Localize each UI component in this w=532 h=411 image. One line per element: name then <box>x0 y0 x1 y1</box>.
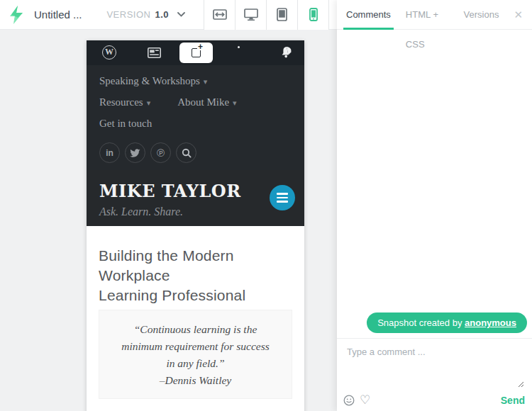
version-selector[interactable]: VERSION 1.0 <box>106 9 185 20</box>
snapshot-created-badge: Snapshot created by anonymous <box>367 313 527 333</box>
twitter-icon[interactable] <box>125 142 145 163</box>
tab-versions[interactable]: Versions <box>464 0 499 30</box>
site-tagline: Ask. Learn. Share. <box>99 206 292 218</box>
chevron-down-icon <box>177 12 185 17</box>
wp-admin-bar: W + <box>87 40 304 65</box>
panel-tab-bar: Comments HTML + CSS Versions ✕ <box>337 0 532 30</box>
app-logo-bolt-icon <box>9 6 24 24</box>
pinterest-icon[interactable]: ℗ <box>150 142 171 163</box>
wordpress-logo-icon[interactable]: W <box>102 45 116 60</box>
send-button[interactable]: Send <box>501 395 525 406</box>
search-icon[interactable] <box>176 142 196 163</box>
linkedin-icon[interactable]: in <box>99 142 120 163</box>
hamburger-menu-button[interactable] <box>270 185 295 210</box>
app-window: Untitled ... VERSION 1.0 <box>0 0 532 411</box>
tab-html-css[interactable]: HTML + CSS <box>406 0 449 30</box>
social-links: in ℗ <box>99 142 292 163</box>
nav-item-get-in-touch[interactable]: Get in touch <box>99 113 152 134</box>
dropdown-arrow-icon: ▾ <box>147 98 151 107</box>
top-toolbar: Untitled ... VERSION 1.0 <box>0 0 337 30</box>
notifications-bell-icon[interactable] <box>281 46 292 58</box>
nav-item-speaking-workshops[interactable]: Speaking & Workshops▾ <box>99 71 207 92</box>
comments-list: Snapshot created by anonymous <box>337 30 532 338</box>
quote-attribution: –Dennis Waitley <box>109 372 282 389</box>
heart-icon[interactable]: ♡ <box>360 395 370 406</box>
notification-dot <box>238 46 240 48</box>
close-icon[interactable]: ✕ <box>514 9 523 21</box>
tab-comments[interactable]: Comments <box>346 0 391 30</box>
version-number: 1.0 <box>155 9 169 20</box>
new-post-icon: + <box>192 48 201 57</box>
new-post-button[interactable]: + <box>179 43 213 63</box>
document-title[interactable]: Untitled ... <box>34 9 82 21</box>
dropdown-arrow-icon: ▾ <box>204 77 208 86</box>
nav-item-about-mike[interactable]: About Mike▾ <box>177 92 236 113</box>
desktop-preview-icon[interactable] <box>235 0 266 30</box>
dropdown-arrow-icon: ▾ <box>233 98 237 107</box>
post-content: Building the Modern Workplace Learning P… <box>87 226 304 399</box>
phone-preview-icon-active[interactable] <box>297 0 328 30</box>
reader-icon[interactable] <box>148 47 161 58</box>
plus-icon: + <box>197 43 204 50</box>
tablet-preview-icon[interactable] <box>266 0 297 30</box>
comment-input[interactable] <box>347 347 524 388</box>
comments-panel: Comments HTML + CSS Versions ✕ Snapshot … <box>337 0 532 411</box>
emoji-icon[interactable] <box>343 395 355 406</box>
phone-preview-frame: W + <box>87 40 304 411</box>
version-label: VERSION <box>106 9 150 20</box>
site-nav-menu: Speaking & Workshops▾ Resources▾ About M… <box>87 65 304 170</box>
site-header: MIKE TAYLOR Ask. Learn. Share. <box>87 170 304 226</box>
nav-item-resources[interactable]: Resources▾ <box>99 92 150 113</box>
device-preview-switcher <box>204 0 329 30</box>
preview-stage: W + <box>0 30 337 411</box>
blockquote: “Continuous learning is the minimum requ… <box>99 310 292 399</box>
site-title[interactable]: MIKE TAYLOR <box>99 181 292 201</box>
anonymous-user-link[interactable]: anonymous <box>465 317 516 328</box>
post-title: Building the Modern Workplace Learning P… <box>99 246 292 305</box>
comment-composer: ♡ Send <box>337 338 532 411</box>
responsive-width-icon[interactable] <box>204 0 235 30</box>
